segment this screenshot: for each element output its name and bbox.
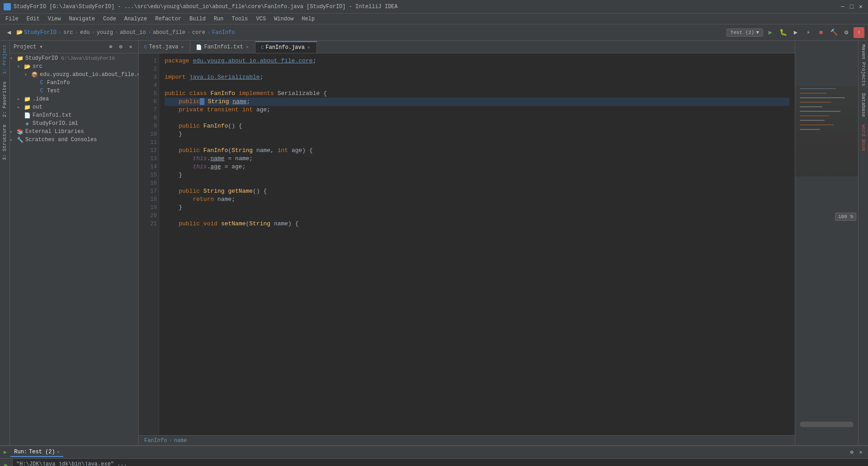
svg-rect-6 [800,115,829,116]
maximize-button[interactable]: □ [848,3,855,10]
code-editor[interactable]: 12345 678910 1112131415 1617181920 21 pa… [139,53,795,435]
breadcrumb-youzg[interactable]: youzg [97,29,113,36]
run-icon: ▶ [4,449,7,456]
run-output: "H:\JDK\java jdk\bin\java.exe" ... Excep… [13,459,868,466]
tree-item-faninfo1-txt[interactable]: 📄 FanInfo1.txt [10,111,138,119]
panel-btn-database[interactable]: Database [859,90,868,121]
breadcrumb-about-io[interactable]: about_io [120,29,146,36]
editor-tabs: C Test.java ✕ 📄 FanInfo1.txt ✕ C FanInfo… [139,41,795,53]
tree-item-idea[interactable]: ▸ 📁 .idea [10,95,138,103]
tab-close-faninfo1[interactable]: ✕ [245,44,250,50]
breadcrumb-src[interactable]: src [63,29,73,36]
panel-btn-wordbook[interactable]: Word Book [859,121,868,155]
tab-close-faninfo[interactable]: ✕ [307,45,311,50]
window-controls[interactable]: − □ ✕ [839,3,864,10]
svg-rect-5 [800,111,840,112]
menu-tools[interactable]: Tools [228,15,252,23]
right-gutter: 100 % [795,41,858,445]
sidebar-settings-btn[interactable]: ⚙ [117,43,125,51]
run-with-coverage-button[interactable]: ▶ [790,27,801,38]
sidebar-close-btn[interactable]: ✕ [127,43,135,51]
breadcrumb-edu[interactable]: edu [80,29,90,36]
menu-build[interactable]: Build [186,15,209,23]
menu-refactor[interactable]: Refactor [151,15,185,23]
tree-arrow-pkg: ▾ [24,72,31,77]
run-tab-close[interactable]: ✕ [57,449,60,455]
tree-item-faninfo[interactable]: C FanInfo [10,79,138,87]
code-line-5: public class FanInfo implements Serializ… [165,90,789,98]
run-settings-icon[interactable]: ⚙ [848,449,855,456]
run-tab-run[interactable]: Run: Test (2) ✕ [10,448,63,457]
svg-rect-0 [800,88,836,89]
code-line-19: } [165,204,789,212]
code-line-2 [165,65,789,73]
left-panel-strip: 1: Project 2: Favorites 3: Structure [0,41,10,445]
tree-item-test[interactable]: C Test [10,87,138,95]
line-numbers: 12345 678910 1112131415 1617181920 21 [139,53,159,435]
stop-button[interactable]: ■ [816,27,826,38]
tree-item-iml[interactable]: ◆ StudyForIO.iml [10,119,138,128]
tab-close-test[interactable]: ✕ [180,44,184,50]
code-line-13: this.name = name; [165,155,789,163]
menu-edit[interactable]: Edit [23,15,43,23]
tree-item-edu-package[interactable]: ▾ 📦 edu.youzg.about_io.about_file.c [10,71,138,79]
code-line-9: public FanInfo() { [165,122,789,130]
run-close-icon[interactable]: ✕ [857,449,864,456]
breadcrumb-name-field[interactable]: name [174,437,187,444]
run-restart-btn[interactable]: ▶ [2,461,11,466]
minimize-button[interactable]: − [839,3,846,10]
panel-btn-favorites[interactable]: 2: Favorites [0,78,9,121]
panel-btn-maven[interactable]: Maven Projects [859,41,868,90]
debug-button[interactable]: 🐛 [778,27,788,38]
breadcrumb-faninfo[interactable]: FanInfo [212,29,235,36]
run-button[interactable]: ▶ [765,27,776,38]
build-button[interactable]: 🔨 [828,27,839,38]
sidebar-locate-btn[interactable]: ⊕ [107,43,115,51]
tree-item-scratches[interactable]: ▸ 🔧 Scratches and Consoles [10,136,138,144]
project-tree: ▾ 📁 StudyForIO G:\Java\StudyForIO ▾ 📂 sr… [10,53,138,445]
run-config-dropdown[interactable]: Test (2) ▼ [726,29,763,37]
tab-label-faninfo1: FanInfo1.txt [204,44,243,50]
menu-code[interactable]: Code [99,15,120,23]
tab-faninfo-java[interactable]: C FanInfo.java ✕ [255,41,317,53]
run-config-label: Test (2) [731,30,755,35]
tree-item-studyforio[interactable]: ▾ 📁 StudyForIO G:\Java\StudyForIO [10,54,138,62]
menu-view[interactable]: View [44,15,65,23]
menu-analyze[interactable]: Analyze [121,15,151,23]
breadcrumb-root[interactable]: 📂 [16,29,23,36]
sidebar-title: Project ▾ [14,43,105,50]
svg-rect-8 [800,124,834,125]
src-folder-icon: 📂 [24,63,31,70]
run-tab-config: Test (2) [29,449,55,455]
breadcrumb-faninfo-class[interactable]: FanInfo [144,437,167,444]
toolbar-nav-back[interactable]: ◀ [4,27,14,38]
close-btn-2[interactable]: ! [854,27,864,38]
tree-item-src[interactable]: ▾ 📂 src [10,62,138,71]
breadcrumb-core[interactable]: core [192,29,205,36]
breadcrumb-about-file[interactable]: about_file [153,29,185,36]
settings-button[interactable]: ⚙ [841,27,852,38]
toolbar: ◀ 📂 StudyForIO › src › edu › youzg › abo… [0,24,868,41]
ext-libs-icon: 📚 [16,128,24,135]
panel-btn-structure[interactable]: 3: Structure [0,121,9,164]
tab-faninfo1-txt[interactable]: 📄 FanInfo1.txt ✕ [190,41,255,53]
tree-item-external-libs[interactable]: ▸ 📚 External Libraries [10,128,138,136]
tree-label-ext-libs: External Libraries [25,128,84,135]
menu-vcs[interactable]: VCS [253,15,270,23]
menu-run[interactable]: Run [210,15,227,23]
breadcrumb-studyforio[interactable]: StudyForIO [24,29,57,36]
menu-file[interactable]: File [2,15,22,23]
panel-btn-project[interactable]: 1: Project [0,41,9,78]
minimap [795,86,858,176]
tree-arrow: ▾ [10,56,16,61]
code-content[interactable]: package edu.youzg.about_io.about_file.co… [159,53,795,435]
tree-item-out[interactable]: ▸ 📁 out [10,103,138,111]
tab-test-java[interactable]: C Test.java ✕ [139,41,190,53]
svg-rect-7 [800,120,825,121]
profile-button[interactable]: ⚡ [803,27,814,38]
close-button[interactable]: ✕ [857,3,864,10]
minimap-scrollbar[interactable] [800,422,854,427]
menu-window[interactable]: Window [270,15,297,23]
menu-navigate[interactable]: Navigate [65,15,99,23]
menu-help[interactable]: Help [298,15,318,23]
